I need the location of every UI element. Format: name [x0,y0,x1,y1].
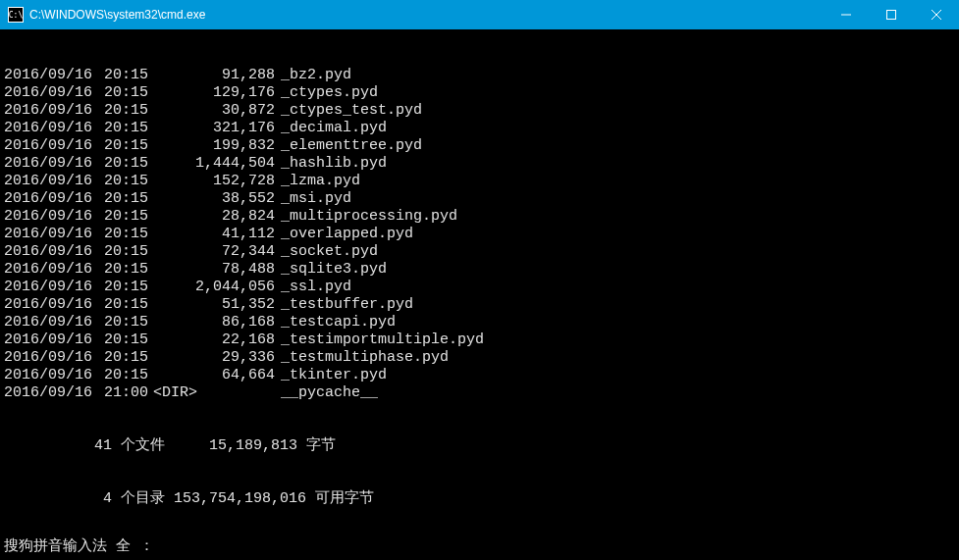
col-name: _testimportmultiple.pyd [281,331,955,349]
col-date: 2016/09/16 [4,384,90,402]
terminal-area[interactable]: 2016/09/1620:1591,288_bz2.pyd2016/09/162… [0,29,959,560]
col-time: 20:15 [90,67,153,84]
col-time: 21:00 [90,384,153,402]
col-time: 20:15 [90,243,153,261]
col-name: _msi.pyd [281,190,955,208]
col-size: 22,168 [153,331,281,349]
listing-row: 2016/09/1620:1591,288_bz2.pyd [4,67,955,84]
close-button[interactable] [914,0,959,29]
col-time: 20:15 [90,137,153,155]
svg-rect-1 [887,11,896,20]
col-size: 152,728 [153,173,281,190]
col-name: _sqlite3.pyd [281,261,955,279]
col-date: 2016/09/16 [4,173,90,190]
maximize-button[interactable] [869,0,914,29]
summary-files: 41 个文件 15,189,813 字节 [4,437,955,455]
listing-row: 2016/09/1620:1541,112_overlapped.pyd [4,226,955,243]
col-name: _ssl.pyd [281,279,955,296]
col-name: _testmultiphase.pyd [281,349,955,367]
listing-row: 2016/09/1620:15129,176_ctypes.pyd [4,84,955,102]
col-name: _ctypes_test.pyd [281,102,955,120]
col-date: 2016/09/16 [4,367,90,384]
minimize-icon [841,10,851,20]
col-time: 20:15 [90,226,153,243]
col-name: _elementtree.pyd [281,137,955,155]
listing-row: 2016/09/1620:1530,872_ctypes_test.pyd [4,102,955,120]
col-size: 30,872 [153,102,281,120]
col-size: 321,176 [153,120,281,137]
col-size: 38,552 [153,190,281,208]
minimize-button[interactable] [824,0,869,29]
col-name: _bz2.pyd [281,67,955,84]
listing-row: 2016/09/1620:1551,352_testbuffer.pyd [4,296,955,314]
listing-row: 2016/09/1620:15321,176_decimal.pyd [4,120,955,137]
col-size: 41,112 [153,226,281,243]
col-size: 64,664 [153,367,281,384]
listing-row: 2016/09/1620:1529,336_testmultiphase.pyd [4,349,955,367]
col-time: 20:15 [90,120,153,137]
col-date: 2016/09/16 [4,261,90,279]
col-time: 20:15 [90,279,153,296]
directory-listing: 2016/09/1620:1591,288_bz2.pyd2016/09/162… [4,67,955,402]
col-name: _socket.pyd [281,243,955,261]
col-size: 199,832 [153,137,281,155]
col-name: _testbuffer.pyd [281,296,955,314]
listing-row: 2016/09/1620:152,044,056_ssl.pyd [4,279,955,296]
col-date: 2016/09/16 [4,155,90,173]
col-time: 20:15 [90,331,153,349]
window-title: C:\WINDOWS\system32\cmd.exe [29,8,824,22]
col-time: 20:15 [90,349,153,367]
col-name: _hashlib.pyd [281,155,955,173]
summary-dirs: 4 个目录 153,754,198,016 可用字节 [4,490,955,508]
col-date: 2016/09/16 [4,243,90,261]
titlebar[interactable]: C:\ C:\WINDOWS\system32\cmd.exe [0,0,959,29]
col-date: 2016/09/16 [4,120,90,137]
col-name: __pycache__ [281,384,955,402]
col-time: 20:15 [90,173,153,190]
col-name: _testcapi.pyd [281,314,955,331]
col-name: _overlapped.pyd [281,226,955,243]
col-time: 20:15 [90,261,153,279]
listing-row: 2016/09/1620:1586,168_testcapi.pyd [4,314,955,331]
col-time: 20:15 [90,296,153,314]
cmd-window: C:\ C:\WINDOWS\system32\cmd.exe 2016/09/… [0,0,959,560]
col-time: 20:15 [90,155,153,173]
close-icon [932,10,941,20]
col-time: 20:15 [90,84,153,102]
col-time: 20:15 [90,190,153,208]
col-size: 29,336 [153,349,281,367]
col-time: 20:15 [90,208,153,226]
col-size: <DIR> [153,384,281,402]
col-date: 2016/09/16 [4,190,90,208]
listing-row: 2016/09/1620:1572,344_socket.pyd [4,243,955,261]
col-date: 2016/09/16 [4,67,90,84]
col-size: 1,444,504 [153,155,281,173]
col-date: 2016/09/16 [4,102,90,120]
col-date: 2016/09/16 [4,208,90,226]
listing-row: 2016/09/1620:15152,728_lzma.pyd [4,173,955,190]
col-date: 2016/09/16 [4,226,90,243]
listing-row: 2016/09/1620:151,444,504_hashlib.pyd [4,155,955,173]
col-size: 91,288 [153,67,281,84]
col-date: 2016/09/16 [4,349,90,367]
listing-row: 2016/09/1620:15199,832_elementtree.pyd [4,137,955,155]
listing-row: 2016/09/1621:00<DIR> __pycache__ [4,384,955,402]
col-date: 2016/09/16 [4,296,90,314]
col-size: 129,176 [153,84,281,102]
col-name: _ctypes.pyd [281,84,955,102]
listing-row: 2016/09/1620:1578,488_sqlite3.pyd [4,261,955,279]
col-name: _multiprocessing.pyd [281,208,955,226]
col-size: 51,352 [153,296,281,314]
listing-row: 2016/09/1620:1538,552_msi.pyd [4,190,955,208]
col-name: _lzma.pyd [281,173,955,190]
col-date: 2016/09/16 [4,331,90,349]
col-name: _decimal.pyd [281,120,955,137]
col-date: 2016/09/16 [4,279,90,296]
col-date: 2016/09/16 [4,84,90,102]
listing-row: 2016/09/1620:1522,168_testimportmultiple… [4,331,955,349]
col-date: 2016/09/16 [4,314,90,331]
col-size: 78,488 [153,261,281,279]
col-size: 28,824 [153,208,281,226]
col-size: 72,344 [153,243,281,261]
cmd-icon: C:\ [8,7,24,23]
